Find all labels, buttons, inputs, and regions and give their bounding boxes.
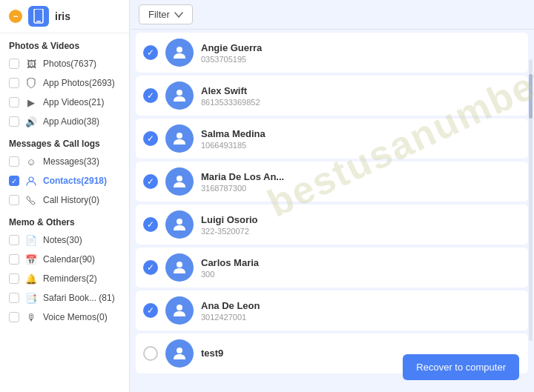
svg-rect-1 [36, 21, 41, 22]
sidebar: − iris Photos & Videos 🖼 Photos(7637) Ap… [0, 0, 130, 392]
svg-point-4 [177, 90, 182, 96]
calendar-checkbox[interactable] [9, 254, 19, 265]
contact-name: Luigi Osorio [201, 214, 521, 225]
contact-name: Alex Swift [201, 85, 521, 96]
contact-phone: 0353705195 [201, 55, 521, 64]
sidebar-header: − iris [0, 0, 129, 33]
svg-point-7 [177, 219, 182, 225]
scrollbar-thumb[interactable] [529, 74, 533, 119]
contact-info: Angie Guerra 0353705195 [201, 42, 521, 64]
list-item[interactable]: ✓ Luigi Osorio 322-3520072 [136, 205, 528, 245]
notes-icon: 📄 [25, 234, 37, 246]
contact-info: Luigi Osorio 322-3520072 [201, 214, 521, 236]
minus-icon[interactable]: − [9, 10, 22, 23]
contact-phone: 1066493185 [201, 141, 521, 150]
reminders-checkbox[interactable] [9, 273, 19, 284]
messages-icon: ☺ [25, 156, 37, 167]
contact-check-6[interactable]: ✓ [143, 303, 158, 318]
sidebar-item-notes[interactable]: 📄 Notes(30) [0, 230, 129, 250]
app-audio-label: App Audio(38) [43, 116, 99, 127]
sidebar-item-messages[interactable]: ☺ Messages(33) [0, 152, 129, 171]
sidebar-item-reminders[interactable]: 🔔 Reminders(2) [0, 269, 129, 288]
contact-phone: 3168787300 [201, 184, 521, 193]
avatar [165, 167, 194, 196]
app-videos-icon: ▶ [25, 96, 37, 108]
sidebar-item-contacts[interactable]: ✓ Contacts(2918) [0, 171, 129, 190]
call-history-icon [25, 194, 37, 206]
avatar [165, 296, 194, 325]
contact-check-7[interactable] [143, 346, 158, 361]
section-messages: Messages & Call logs [0, 131, 129, 152]
contact-list-wrapper: ✓ Angie Guerra 0353705195 ✓ Alex [130, 30, 534, 392]
contact-name: Maria De Los An... [201, 171, 521, 182]
device-icon [28, 6, 49, 27]
safari-label: Safari Book... (81) [43, 293, 115, 303]
contact-check-1[interactable]: ✓ [143, 88, 158, 103]
safari-icon: 📑 [25, 292, 37, 304]
svg-point-5 [177, 133, 182, 139]
recover-button[interactable]: Recover to computer [403, 354, 519, 380]
photos-checkbox[interactable] [9, 59, 19, 69]
sidebar-item-voice-memos[interactable]: 🎙 Voice Memos(0) [0, 308, 129, 327]
sidebar-item-app-videos[interactable]: ▶ App Videos(21) [0, 93, 129, 112]
svg-point-3 [177, 47, 182, 53]
sidebar-item-app-photos[interactable]: App Photos(2693) [0, 73, 129, 93]
app-videos-label: App Videos(21) [43, 97, 105, 107]
contact-info: Alex Swift 8613533369852 [201, 85, 521, 107]
contact-phone: 8613533369852 [201, 98, 521, 107]
chevron-down-icon [174, 12, 183, 18]
contact-check-4[interactable]: ✓ [143, 217, 158, 232]
list-item[interactable]: ✓ Carlos Maria 300 [136, 248, 528, 288]
contact-check-2[interactable]: ✓ [143, 131, 158, 146]
safari-checkbox[interactable] [9, 293, 19, 303]
app-photos-label: App Photos(2693) [43, 78, 115, 88]
section-photos-videos: Photos & Videos [0, 33, 129, 54]
calendar-icon: 📅 [25, 253, 37, 265]
notes-checkbox[interactable] [9, 235, 19, 245]
contact-check-0[interactable]: ✓ [143, 45, 158, 60]
device-name: iris [55, 10, 70, 22]
svg-point-9 [177, 305, 182, 310]
list-item[interactable]: ✓ Ana De Leon 3012427001 [136, 290, 528, 330]
section-memo: Memo & Others [0, 210, 129, 230]
svg-point-6 [177, 176, 182, 182]
app-videos-checkbox[interactable] [9, 97, 19, 107]
list-item[interactable]: ✓ Angie Guerra 0353705195 [136, 33, 528, 73]
contacts-icon [25, 175, 37, 187]
contact-info: Salma Medina 1066493185 [201, 128, 521, 150]
avatar [165, 124, 194, 153]
avatar [165, 253, 194, 282]
svg-point-8 [177, 262, 182, 268]
contact-check-5[interactable]: ✓ [143, 260, 158, 275]
sidebar-item-safari[interactable]: 📑 Safari Book... (81) [0, 288, 129, 308]
avatar [165, 210, 194, 239]
main-content: Filter ✓ Angie Guerra 0353705195 [130, 0, 534, 392]
contact-check-3[interactable]: ✓ [143, 174, 158, 189]
avatar [165, 339, 194, 368]
voice-memos-icon: 🎙 [25, 311, 37, 323]
sidebar-item-calendar[interactable]: 📅 Calendar(90) [0, 250, 129, 269]
messages-checkbox[interactable] [9, 156, 19, 167]
avatar [165, 39, 194, 67]
svg-point-2 [29, 177, 33, 182]
sidebar-item-call-history[interactable]: Call History(0) [0, 190, 129, 210]
sidebar-item-photos[interactable]: 🖼 Photos(7637) [0, 54, 129, 73]
list-item[interactable]: ✓ Alex Swift 8613533369852 [136, 76, 528, 116]
voice-memos-checkbox[interactable] [9, 312, 19, 322]
filter-label: Filter [148, 9, 170, 20]
call-history-checkbox[interactable] [9, 195, 19, 205]
filter-button[interactable]: Filter [139, 4, 193, 24]
app-photos-checkbox[interactable] [9, 78, 19, 88]
contacts-checkbox[interactable]: ✓ [9, 176, 19, 186]
photos-icon: 🖼 [25, 58, 37, 70]
avatar [165, 82, 194, 110]
list-item[interactable]: ✓ Salma Medina 1066493185 [136, 119, 528, 159]
app-audio-checkbox[interactable] [9, 116, 19, 127]
sidebar-item-app-audio[interactable]: 🔊 App Audio(38) [0, 112, 129, 131]
contact-phone: 3012427001 [201, 313, 521, 322]
calendar-label: Calendar(90) [43, 254, 95, 265]
contact-name: Angie Guerra [201, 42, 521, 53]
call-history-label: Call History(0) [43, 195, 99, 205]
svg-point-10 [177, 348, 182, 353]
list-item[interactable]: ✓ Maria De Los An... 3168787300 [136, 162, 528, 202]
